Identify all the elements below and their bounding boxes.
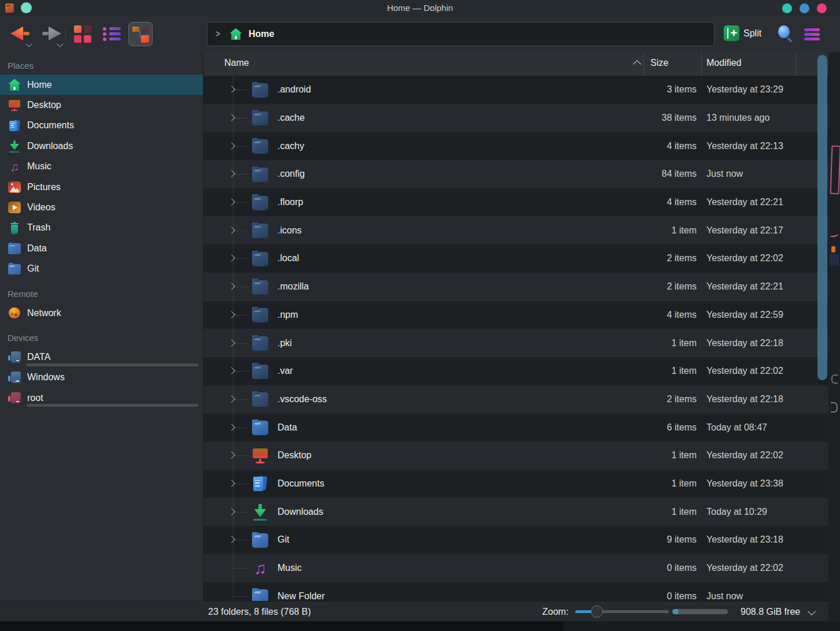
sidebar-item-desktop[interactable]: Desktop bbox=[0, 95, 203, 115]
file-name: .android bbox=[277, 84, 311, 95]
dolphin-window: Home — Dolphin bbox=[0, 0, 840, 631]
file-row-local[interactable]: .local2 itemsYesterday at 22:02 bbox=[203, 244, 828, 273]
sidebar-item-root[interactable]: root bbox=[0, 388, 203, 408]
expand-arrow-icon[interactable] bbox=[228, 311, 235, 318]
minimize-button[interactable] bbox=[782, 3, 792, 13]
close-button[interactable] bbox=[817, 3, 827, 13]
file-row-pki[interactable]: .pki1 itemYesterday at 22:18 bbox=[203, 329, 828, 357]
tree-branch bbox=[234, 287, 249, 287]
back-history-chevron-icon[interactable] bbox=[25, 40, 32, 47]
zoom-slider-handle[interactable] bbox=[591, 606, 603, 618]
chevron-down-icon[interactable] bbox=[808, 607, 816, 615]
expand-arrow-icon[interactable] bbox=[228, 255, 235, 262]
file-row-downloads[interactable]: Downloads1 itemToday at 10:29 bbox=[203, 498, 828, 526]
file-row-data[interactable]: Data6 itemsToday at 08:47 bbox=[203, 413, 828, 441]
column-modified[interactable]: Modified bbox=[706, 58, 741, 68]
expand-arrow-icon[interactable] bbox=[228, 508, 235, 515]
file-row-mozilla[interactable]: .mozilla2 itemsYesterday at 22:21 bbox=[203, 273, 828, 301]
sidebar-item-git[interactable]: Git bbox=[0, 259, 203, 279]
selection-summary: 23 folders, 8 files (768 B) bbox=[208, 607, 311, 617]
expand-arrow-icon[interactable] bbox=[228, 86, 235, 93]
expand-arrow-icon[interactable] bbox=[228, 339, 235, 347]
sidebar-item-label: Downloads bbox=[27, 141, 73, 151]
expand-arrow-icon[interactable] bbox=[228, 142, 235, 150]
file-row-music[interactable]: ♫Music0 itemsYesterday at 22:02 bbox=[203, 554, 828, 582]
file-list: .android3 itemsYesterday at 23:29.cache3… bbox=[203, 76, 828, 601]
expand-arrow-icon[interactable] bbox=[228, 395, 235, 403]
tree-branch bbox=[234, 90, 249, 90]
sidebar-item-label: Videos bbox=[27, 202, 55, 213]
details-view-button[interactable] bbox=[99, 22, 124, 46]
file-row-floorp[interactable]: .floorp4 itemsYesterday at 22:21 bbox=[203, 188, 828, 217]
tree-branch bbox=[234, 231, 249, 231]
breadcrumb-home[interactable]: Home bbox=[249, 29, 274, 39]
sidebar-item-documents[interactable]: Documents bbox=[0, 116, 203, 136]
expand-arrow-icon[interactable] bbox=[228, 480, 235, 487]
expand-arrow-icon[interactable] bbox=[228, 536, 235, 543]
search-button[interactable] bbox=[777, 25, 793, 42]
titlebar[interactable]: Home — Dolphin bbox=[0, 0, 840, 16]
maximize-button[interactable] bbox=[800, 3, 809, 13]
menu-button[interactable] bbox=[804, 27, 820, 42]
expand-arrow-icon[interactable] bbox=[228, 451, 235, 459]
sidebar-item-network[interactable]: Network bbox=[0, 303, 203, 323]
icons-view-button[interactable] bbox=[71, 22, 95, 46]
file-name: Git bbox=[277, 535, 289, 545]
column-name[interactable]: Name bbox=[224, 58, 249, 68]
expand-arrow-icon[interactable] bbox=[228, 367, 235, 374]
sidebar-item-label: Home bbox=[27, 80, 52, 90]
file-row-var[interactable]: .var1 itemYesterday at 22:02 bbox=[203, 357, 828, 385]
expand-arrow-icon[interactable] bbox=[228, 114, 235, 121]
expand-arrow-icon[interactable] bbox=[228, 283, 235, 290]
videos-icon bbox=[8, 201, 21, 214]
column-size[interactable]: Size bbox=[650, 58, 668, 68]
file-row-vscode-oss[interactable]: .vscode-oss2 itemsYesterday at 22:18 bbox=[203, 385, 828, 414]
sidebar-item-data[interactable]: DATA bbox=[0, 347, 203, 367]
file-row-icons[interactable]: .icons1 itemYesterday at 22:17 bbox=[203, 216, 828, 244]
zoom-slider[interactable] bbox=[575, 606, 669, 618]
forward-history-chevron-icon[interactable] bbox=[57, 40, 63, 47]
file-row-cache[interactable]: .cache38 items13 minutes ago bbox=[203, 104, 828, 132]
file-row-android[interactable]: .android3 itemsYesterday at 23:29 bbox=[203, 76, 828, 104]
expand-arrow-icon[interactable] bbox=[228, 424, 235, 431]
file-row-npm[interactable]: .npm4 itemsYesterday at 22:59 bbox=[203, 301, 828, 329]
sidebar-item-label: Desktop bbox=[27, 100, 61, 110]
sidebar-item-downloads[interactable]: Downloads bbox=[0, 136, 203, 156]
location-bar[interactable]: > Home bbox=[207, 22, 715, 46]
file-row-config[interactable]: .config84 itemsJust now bbox=[203, 160, 828, 188]
folder-dim-icon bbox=[251, 277, 269, 296]
breadcrumb-chevron-icon[interactable]: > bbox=[216, 28, 220, 40]
file-row-desktop[interactable]: Desktop1 itemYesterday at 22:02 bbox=[203, 441, 828, 470]
places-panel: PlacesHomeDesktopDocumentsDownloads♫Musi… bbox=[0, 52, 203, 601]
sidebar-item-windows[interactable]: Windows bbox=[0, 368, 203, 388]
expand-arrow-icon[interactable] bbox=[228, 198, 235, 206]
file-row-cachy[interactable]: .cachy4 itemsYesterday at 22:13 bbox=[203, 132, 828, 160]
sidebar-item-pictures[interactable]: Pictures bbox=[0, 177, 203, 197]
back-button[interactable] bbox=[9, 23, 32, 45]
file-modified: Just now bbox=[706, 591, 743, 601]
free-space-label[interactable]: 908.8 GiB free bbox=[741, 607, 800, 617]
tree-view-button[interactable] bbox=[128, 22, 153, 46]
folder-view: Name Size Modified .android3 itemsYester… bbox=[203, 52, 828, 601]
file-row-git[interactable]: Git9 itemsYesterday at 23:18 bbox=[203, 526, 828, 554]
statusbar: 23 folders, 8 files (768 B) Zoom: 908.8 … bbox=[0, 601, 828, 622]
sort-ascending-icon[interactable] bbox=[633, 60, 641, 68]
vertical-scrollbar[interactable] bbox=[817, 55, 827, 380]
sidebar-item-data[interactable]: Data bbox=[0, 238, 203, 258]
sidebar-item-trash[interactable]: Trash bbox=[0, 218, 203, 238]
sidebar-item-music[interactable]: ♫Music bbox=[0, 157, 203, 177]
file-modified: Yesterday at 22:59 bbox=[706, 310, 783, 320]
split-button[interactable]: + Split bbox=[724, 25, 761, 41]
sidebar-item-label: DATA bbox=[27, 352, 50, 362]
expand-arrow-icon[interactable] bbox=[228, 227, 235, 234]
expand-arrow-icon[interactable] bbox=[228, 170, 235, 178]
file-row-new-folder[interactable]: New Folder0 itemsJust now bbox=[203, 582, 828, 601]
sidebar-item-home[interactable]: Home bbox=[0, 75, 203, 95]
sidebar-item-videos[interactable]: Videos bbox=[0, 197, 203, 217]
forward-button[interactable] bbox=[40, 23, 64, 45]
toolbar-separator bbox=[65, 27, 66, 43]
file-modified: Yesterday at 22:02 bbox=[706, 450, 783, 461]
zoom-label: Zoom: bbox=[542, 607, 568, 617]
file-row-documents[interactable]: Documents1 itemYesterday at 23:38 bbox=[203, 470, 828, 498]
sidebar-item-label: Data bbox=[27, 243, 47, 254]
